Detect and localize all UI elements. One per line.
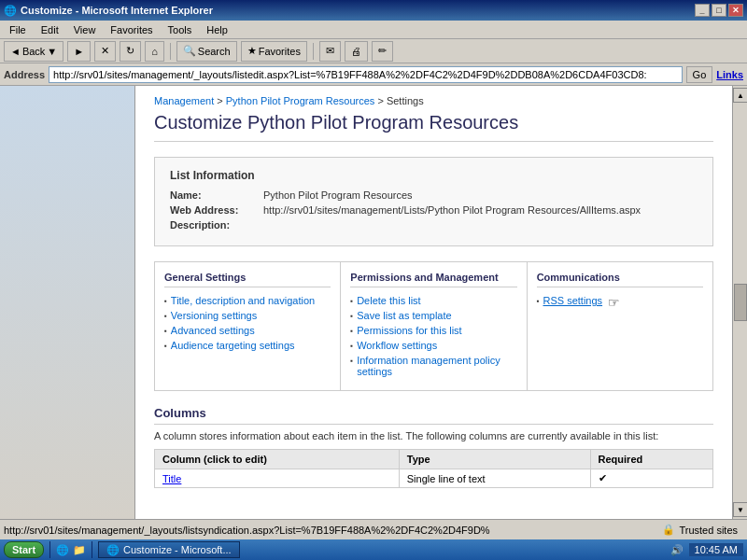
title-desc-nav-link[interactable]: Title, description and navigation: [171, 295, 315, 306]
col-header-name: Column (click to edit): [155, 450, 400, 469]
start-button[interactable]: Start: [4, 541, 44, 558]
columns-description: A column stores information about each i…: [154, 430, 713, 441]
stop-button[interactable]: ✕: [94, 41, 116, 62]
search-icon: 🔍: [183, 45, 196, 57]
taskbar-app-customize[interactable]: 🌐 Customize - Microsoft...: [98, 541, 240, 558]
delete-list-link[interactable]: Delete this list: [357, 295, 420, 306]
trusted-icon: 🔒: [662, 524, 675, 536]
breadcrumb-sep-1: >: [217, 95, 225, 106]
breadcrumb-current: Settings: [387, 95, 424, 106]
app-label: Customize - Microsoft...: [123, 544, 232, 555]
quick-launch: 🌐 📁: [56, 544, 86, 556]
back-icon: ◄: [10, 46, 21, 57]
title-col-link[interactable]: Title: [162, 473, 181, 484]
edit-button[interactable]: ✏: [372, 41, 393, 62]
home-icon: ⌂: [151, 46, 158, 57]
list-item: Title, description and navigation: [164, 295, 331, 306]
title-bar-controls[interactable]: _ □ ✕: [695, 4, 743, 17]
taskbar: Start 🌐 📁 🌐 Customize - Microsoft... 🔊 1…: [0, 539, 747, 560]
list-info-heading: List Information: [170, 169, 698, 182]
back-button[interactable]: ◄ Back ▼: [4, 41, 63, 62]
clock: 10:45 AM: [689, 543, 743, 556]
permissions-management-list: Delete this list Save list as template P…: [350, 295, 516, 377]
list-item: Information management policy settings: [350, 355, 516, 377]
menu-tools[interactable]: Tools: [162, 22, 198, 37]
menu-view[interactable]: View: [68, 22, 102, 37]
list-item: Advanced settings: [164, 325, 331, 336]
refresh-button[interactable]: ↻: [120, 41, 141, 62]
trusted-label: Trusted sites: [679, 525, 738, 536]
forward-button[interactable]: ►: [67, 41, 91, 62]
info-mgmt-policy-link[interactable]: Information management policy settings: [357, 355, 516, 377]
list-item: Save list as template: [350, 310, 516, 321]
sections-container: General Settings Title, description and …: [154, 261, 713, 391]
ie-app-icon: 🌐: [106, 544, 120, 556]
forward-icon: ►: [74, 46, 84, 57]
menu-edit[interactable]: Edit: [35, 22, 64, 37]
versioning-settings-link[interactable]: Versioning settings: [171, 310, 257, 321]
permissions-link[interactable]: Permissions for this list: [357, 325, 461, 336]
maximize-button[interactable]: □: [712, 4, 726, 17]
scrollbar[interactable]: ▲ ▼: [732, 86, 747, 519]
search-label: Search: [198, 46, 231, 57]
systray-icons: 🔊: [670, 544, 684, 556]
breadcrumb-list[interactable]: Python Pilot Program Resources: [226, 95, 375, 106]
permissions-management-section: Permissions and Management Delete this l…: [341, 262, 527, 390]
mail-icon: ✉: [326, 45, 334, 57]
toolbar-separator: [170, 43, 171, 60]
taskbar-sep: [49, 541, 50, 558]
columns-table: Column (click to edit) Type Required Tit…: [154, 449, 713, 488]
taskbar-left: Start 🌐 📁 🌐 Customize - Microsoft...: [4, 541, 240, 558]
mail-button[interactable]: ✉: [319, 41, 341, 62]
menu-file[interactable]: File: [4, 22, 32, 37]
col-header-required: Required: [590, 450, 712, 469]
col-title[interactable]: Title: [155, 469, 400, 488]
audience-targeting-link[interactable]: Audience targeting settings: [171, 340, 295, 351]
title-bar: 🌐 Customize - Microsoft Internet Explore…: [0, 0, 747, 21]
general-settings-section: General Settings Title, description and …: [155, 262, 341, 390]
general-settings-list: Title, description and navigation Versio…: [164, 295, 331, 351]
content-area: Management > Python Pilot Program Resour…: [0, 86, 747, 519]
toolbar: ◄ Back ▼ ► ✕ ↻ ⌂ 🔍 Search ★ Favorites ✉ …: [0, 39, 747, 63]
status-bar: http://srv01/sites/management/_layouts/l…: [0, 519, 747, 539]
breadcrumb-sep-2: >: [377, 95, 386, 106]
close-button[interactable]: ✕: [728, 4, 743, 17]
scroll-down-button[interactable]: ▼: [733, 502, 747, 517]
col-type: Single line of text: [399, 469, 590, 488]
name-value: Python Pilot Program Resources: [263, 189, 413, 201]
minimize-button[interactable]: _: [695, 4, 710, 17]
toolbar-separator-2: [313, 43, 314, 60]
rss-settings-link[interactable]: RSS settings: [543, 295, 603, 306]
print-button[interactable]: 🖨: [345, 41, 368, 62]
address-input[interactable]: [49, 66, 683, 83]
menu-favorites[interactable]: Favorites: [105, 22, 158, 37]
folder-taskbar-icon[interactable]: 📁: [73, 544, 86, 556]
description-row: Description:: [170, 219, 698, 231]
table-header-row: Column (click to edit) Type Required: [155, 450, 713, 469]
workflow-settings-link[interactable]: Workflow settings: [357, 340, 437, 351]
favorites-button[interactable]: ★ Favorites: [241, 41, 307, 62]
permissions-management-heading: Permissions and Management: [350, 272, 516, 287]
go-button[interactable]: Go: [686, 66, 713, 83]
save-template-link[interactable]: Save list as template: [357, 310, 452, 321]
home-button[interactable]: ⌂: [145, 41, 164, 62]
advanced-settings-link[interactable]: Advanced settings: [171, 325, 255, 336]
scroll-up-button[interactable]: ▲: [733, 88, 747, 103]
list-item: RSS settings ☞: [537, 295, 703, 310]
breadcrumb: Management > Python Pilot Program Resour…: [154, 95, 713, 106]
scroll-thumb[interactable]: [734, 284, 747, 321]
trusted-sites-badge: 🔒 Trusted sites: [656, 523, 743, 537]
search-button[interactable]: 🔍 Search: [176, 41, 237, 62]
ie-taskbar-icon[interactable]: 🌐: [56, 544, 69, 556]
dropdown-icon: ▼: [47, 46, 57, 57]
menu-bar: File Edit View Favorites Tools Help: [0, 21, 747, 39]
web-address-value: http://srv01/sites/management/Lists/Pyth…: [263, 204, 641, 216]
links-button[interactable]: Links: [716, 69, 743, 80]
list-item: Permissions for this list: [350, 325, 516, 336]
general-settings-heading: General Settings: [164, 272, 331, 287]
list-item: Audience targeting settings: [164, 340, 331, 351]
web-address-row: Web Address: http://srv01/sites/manageme…: [170, 204, 698, 216]
breadcrumb-management[interactable]: Management: [154, 95, 214, 106]
col-required: ✔: [590, 469, 712, 488]
menu-help[interactable]: Help: [201, 22, 233, 37]
